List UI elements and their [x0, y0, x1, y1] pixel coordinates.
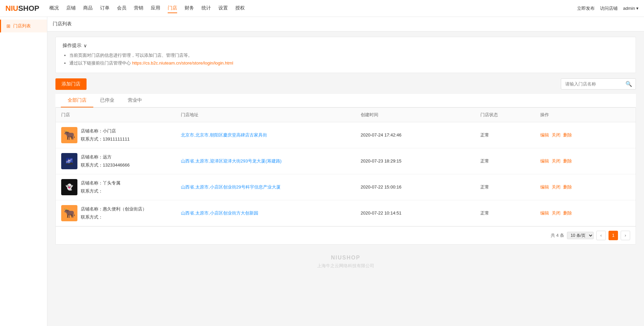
- publish-button[interactable]: 立即发布: [577, 5, 595, 11]
- store-contact-3: 联系方式：: [81, 187, 120, 195]
- close-action-4[interactable]: 关闭: [552, 210, 560, 216]
- layout: ⊞ 门店列表 门店列表 操作提示 ∨ 当前页面对门店的信息进行管理，可以添加门店…: [0, 17, 644, 326]
- sidebar: ⊞ 门店列表: [0, 17, 47, 326]
- nav-item-app[interactable]: 应用: [151, 4, 160, 13]
- sidebar-item-store-list[interactable]: ⊞ 门店列表: [0, 20, 47, 32]
- col-actions: 操作: [540, 112, 630, 118]
- col-store: 门店: [61, 112, 181, 118]
- store-address-4[interactable]: 山西省,太原市,小店区创业街方大创新园: [181, 210, 360, 216]
- delete-action-4[interactable]: 删除: [563, 210, 572, 216]
- nav-item-product[interactable]: 商品: [83, 4, 93, 13]
- admin-menu[interactable]: admin ▾: [623, 6, 639, 11]
- store-actions-1: 编辑 关闭 删除: [540, 132, 630, 138]
- tabs-table-wrapper: 全部门店 已停业 营业中 门店 门店地址 创建时间 门店状态 操作 🐂: [55, 94, 636, 245]
- tips-link[interactable]: https://cs.b2c.niuteam.cn/store/store/lo…: [132, 60, 233, 66]
- close-action-3[interactable]: 关闭: [552, 184, 560, 190]
- store-actions-2: 编辑 关闭 删除: [540, 158, 630, 164]
- store-name-1: 店铺名称：小门店: [81, 127, 130, 135]
- store-avatar-4: 🐂: [61, 205, 77, 221]
- tab-open[interactable]: 营业中: [121, 94, 149, 107]
- store-status-4: 正常: [480, 210, 540, 216]
- edit-action-2[interactable]: 编辑: [540, 158, 549, 164]
- prev-page-button[interactable]: ‹: [596, 231, 606, 240]
- store-name-2: 店铺名称：远方: [81, 153, 130, 161]
- tips-chevron-icon: ∨: [84, 43, 87, 48]
- footer-company: 上海牛之云网络科技有限公司: [55, 263, 636, 269]
- store-time-1: 2020-07-24 17:42:46: [361, 132, 480, 137]
- tips-title: 操作提示: [63, 43, 81, 49]
- table-row: 🌌 店铺名称：远方 联系方式：13233446666 山西省,太原市,迎泽区迎泽…: [56, 148, 636, 174]
- store-contact-1: 联系方式：13911111111: [81, 135, 130, 143]
- search-box: 🔍: [561, 78, 636, 90]
- delete-action-1[interactable]: 删除: [563, 132, 572, 138]
- delete-action-2[interactable]: 删除: [563, 158, 572, 164]
- tabs: 全部门店 已停业 营业中: [55, 94, 636, 107]
- nav-item-door[interactable]: 门店: [168, 4, 177, 13]
- store-avatar-2: 🌌: [61, 153, 77, 169]
- nav-item-overview[interactable]: 概况: [49, 4, 59, 13]
- store-details-4: 店铺名称：惠久便利（创业街店） 联系方式：: [81, 205, 147, 221]
- main-content: 门店列表 操作提示 ∨ 当前页面对门店的信息进行管理，可以添加门店、管理门店等。…: [47, 17, 644, 326]
- edit-action-3[interactable]: 编辑: [540, 184, 549, 190]
- store-name-3: 店铺名称：丫头专属: [81, 179, 120, 187]
- store-img-3: 👻: [66, 183, 73, 191]
- tab-all[interactable]: 全部门店: [61, 94, 93, 107]
- nav-item-settings[interactable]: 设置: [218, 4, 228, 13]
- store-details-2: 店铺名称：远方 联系方式：13233446666: [81, 153, 130, 169]
- footer-brand: NIUSHOP: [55, 255, 636, 261]
- store-actions-3: 编辑 关闭 删除: [540, 184, 630, 190]
- store-status-1: 正常: [480, 132, 540, 138]
- store-details-1: 店铺名称：小门店 联系方式：13911111111: [81, 127, 130, 143]
- top-nav: NIUSHOP 概况 店铺 商品 订单 会员 营销 应用 门店 财务 统计 设置…: [0, 0, 644, 17]
- bull-icon-1: 🐂: [64, 129, 75, 141]
- tab-closed[interactable]: 已停业: [93, 94, 121, 107]
- store-status-2: 正常: [480, 158, 540, 164]
- visit-store-button[interactable]: 访问店铺: [600, 5, 618, 11]
- bull-icon-4: 🐂: [64, 207, 75, 219]
- logo-niu: NIU: [5, 4, 18, 12]
- store-address-3[interactable]: 山西省,太原市,小店区创业街29号科宇信息产业大厦: [181, 184, 360, 190]
- store-details-3: 店铺名称：丫头专属 联系方式：: [81, 179, 120, 195]
- nav-items: 概况 店铺 商品 订单 会员 营销 应用 门店 财务 统计 设置 授权: [49, 4, 577, 13]
- table-header: 门店 门店地址 创建时间 门店状态 操作: [56, 108, 636, 122]
- nav-item-auth[interactable]: 授权: [235, 4, 245, 13]
- page-size-select[interactable]: 10 条/页 20 条/页 50 条/页: [567, 232, 594, 239]
- store-contact-4: 联系方式：: [81, 213, 147, 221]
- search-input[interactable]: [561, 79, 622, 89]
- page-1-button[interactable]: 1: [609, 231, 618, 240]
- delete-action-3[interactable]: 删除: [563, 184, 572, 190]
- search-button[interactable]: 🔍: [622, 79, 636, 89]
- store-info-2: 🌌 店铺名称：远方 联系方式：13233446666: [61, 153, 181, 169]
- store-info-3: 👻 店铺名称：丫头专属 联系方式：: [61, 179, 181, 195]
- toolbar: 添加门店 🔍: [55, 78, 636, 90]
- nav-item-member[interactable]: 会员: [117, 4, 126, 13]
- store-info-4: 🐂 店铺名称：惠久便利（创业街店） 联系方式：: [61, 205, 181, 221]
- nav-item-marketing[interactable]: 营销: [134, 4, 143, 13]
- tips-header[interactable]: 操作提示 ∨: [63, 43, 629, 49]
- close-action-1[interactable]: 关闭: [552, 132, 560, 138]
- nav-right: 立即发布 访问店铺 admin ▾: [577, 5, 639, 11]
- breadcrumb: 门店列表: [47, 17, 644, 31]
- next-page-button[interactable]: ›: [621, 231, 630, 240]
- edit-action-4[interactable]: 编辑: [540, 210, 549, 216]
- store-name-4: 店铺名称：惠久便利（创业街店）: [81, 205, 147, 213]
- tips-item-2: 通过以下链接前往门店管理中心 https://cs.b2c.niuteam.cn…: [69, 59, 629, 67]
- table-wrapper: 门店 门店地址 创建时间 门店状态 操作 🐂 店铺名称：小门店 联系方式：13: [55, 107, 636, 245]
- col-address: 门店地址: [181, 112, 360, 118]
- store-address-2[interactable]: 山西省,太原市,迎泽区迎泽大街293号龙大厦(筹建路): [181, 158, 360, 164]
- close-action-2[interactable]: 关闭: [552, 158, 560, 164]
- edit-action-1[interactable]: 编辑: [540, 132, 549, 138]
- tips-item-1: 当前页面对门店的信息进行管理，可以添加门店、管理门店等。: [69, 51, 629, 59]
- nav-item-stats[interactable]: 统计: [201, 4, 211, 13]
- store-contact-2: 联系方式：13233446666: [81, 161, 130, 169]
- store-avatar-3: 👻: [61, 179, 77, 195]
- nav-item-store[interactable]: 店铺: [66, 4, 76, 13]
- store-address-1[interactable]: 北京市,北京市,朝阳区慶庆堂高碑店古家具街: [181, 132, 360, 138]
- tips-content: 当前页面对门店的信息进行管理，可以添加门店、管理门店等。 通过以下链接前往门店管…: [63, 51, 629, 67]
- add-store-button[interactable]: 添加门店: [55, 78, 87, 90]
- nav-item-order[interactable]: 订单: [100, 4, 110, 13]
- nav-item-finance[interactable]: 财务: [185, 4, 194, 13]
- table-row: 🐂 店铺名称：小门店 联系方式：13911111111 北京市,北京市,朝阳区慶…: [56, 122, 636, 148]
- table-row: 🐂 店铺名称：惠久便利（创业街店） 联系方式： 山西省,太原市,小店区创业街方大…: [56, 200, 636, 226]
- col-status: 门店状态: [480, 112, 540, 118]
